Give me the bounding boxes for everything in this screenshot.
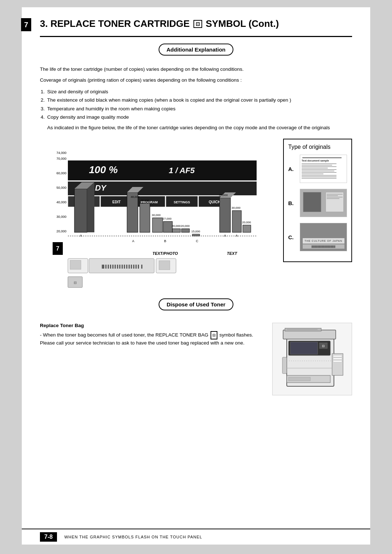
svg-rect-78 (333, 358, 342, 359)
copier-machine-image: ⊟ (272, 323, 352, 395)
svg-rect-71 (287, 329, 318, 330)
type-of-originals-panel: Type of originals A. Text document sampl… (283, 139, 352, 262)
svg-text:EDIT: EDIT (113, 200, 121, 204)
svg-rect-69 (283, 330, 336, 339)
list-item: 4. Copy density and image quality mode (47, 113, 352, 121)
toner-bag-symbol: ⊟ (211, 331, 217, 339)
svg-text:30,000: 30,000 (152, 213, 161, 217)
indent-para: As indicated in the figure below, the li… (47, 124, 352, 131)
svg-text:A: A (224, 234, 226, 237)
svg-rect-33 (152, 218, 163, 232)
original-label-a: A. (288, 166, 295, 172)
toner-symbol: ⊡ (193, 20, 202, 28)
section2-header: Dispose of Used Toner (159, 298, 233, 310)
svg-text:15,000: 15,000 (191, 230, 200, 233)
list-item: 2. The existence of solid black when mak… (47, 96, 352, 104)
svg-text:50,000: 50,000 (56, 186, 66, 190)
svg-text:60,000: 60,000 (56, 171, 66, 175)
svg-text:TEXT: TEXT (227, 251, 237, 256)
replace-toner-bag-title: Replace Toner Bag (40, 323, 265, 328)
svg-text:⊟: ⊟ (74, 281, 77, 285)
svg-text:1 / AF5: 1 / AF5 (169, 166, 195, 175)
original-item-a: A. Text document sample (288, 155, 347, 183)
svg-text:46,000: 46,000 (131, 195, 140, 199)
svg-text:74,000: 74,000 (56, 151, 66, 155)
svg-text:A: A (80, 234, 82, 237)
svg-text:7: 7 (56, 245, 60, 252)
svg-text:40,000: 40,000 (56, 200, 66, 204)
svg-text:A: A (236, 234, 238, 237)
svg-text:30,000: 30,000 (232, 206, 241, 209)
bottom-section: Replace Toner Bag - When the toner bag b… (40, 323, 352, 395)
svg-rect-39 (181, 229, 189, 232)
original-label-c: C. (288, 234, 295, 240)
svg-rect-77 (333, 355, 342, 357)
svg-text:QUICK: QUICK (209, 200, 221, 204)
chart-area: 74,000 70,000 60,000 50,000 40,000 30,00… (40, 139, 276, 291)
original-item-b: B. (288, 189, 347, 217)
svg-text:70,000: 70,000 (56, 157, 66, 160)
svg-text:C: C (196, 239, 199, 243)
svg-text:A: A (132, 239, 134, 243)
svg-text:B: B (164, 239, 166, 243)
svg-rect-59 (70, 260, 81, 269)
list-item: 1. Size and density of originals (47, 88, 352, 96)
svg-rect-47 (220, 198, 230, 232)
replace-toner-body: - When the toner bag becomes full of use… (40, 331, 265, 347)
svg-rect-82 (282, 357, 287, 374)
svg-rect-53 (243, 225, 251, 232)
section1-header: Additional Explanation (159, 44, 234, 56)
svg-rect-81 (289, 377, 310, 381)
svg-text:SETTINGS: SETTINGS (173, 200, 190, 204)
original-image-a: Text document sample (300, 155, 347, 183)
svg-marker-25 (87, 182, 94, 232)
copier-svg: ⊟ (276, 325, 348, 394)
title-divider (40, 36, 352, 37)
dispose-text-area: Replace Toner Bag - When the toner bag b… (40, 323, 265, 350)
svg-rect-35 (163, 221, 172, 232)
original-image-b (300, 189, 347, 217)
svg-text:30,000: 30,000 (56, 215, 66, 219)
svg-text:27,000: 27,000 (163, 217, 172, 220)
svg-text:38,000: 38,000 (219, 194, 228, 197)
svg-text:▐▌▌▌▌▌▌▌▌▌▌▌▌▌▌▌▌▐: ▐▌▌▌▌▌▌▌▌▌▌▌▌▌▌▌▌▐ (101, 264, 143, 269)
footer-bar: 7-8 WHEN THE GRAPHIC SYMBOLS FLASH ON TH… (22, 529, 370, 545)
side-number: 7 (21, 18, 31, 31)
svg-text:⊟: ⊟ (322, 344, 325, 348)
para1: The life of the toner cartridge (number … (40, 66, 352, 73)
svg-rect-37 (172, 229, 180, 232)
svg-rect-23 (74, 189, 87, 232)
svg-text:20,000: 20,000 (172, 224, 181, 228)
svg-rect-73 (290, 342, 318, 354)
svg-text:100 %: 100 % (89, 164, 118, 175)
page-number: 7-8 (40, 532, 57, 542)
original-label-b: B. (288, 200, 295, 206)
footer-text: WHEN THE GRAPHIC SYMBOLS FLASH ON THE TO… (64, 535, 202, 539)
svg-rect-63 (159, 261, 170, 270)
original-image-c: THE CULTURE OF JAPAN ▓▓▓▓▓▓▓▓▓▓▓▓▓▓▓ (300, 223, 347, 251)
bar-chart-svg: 74,000 70,000 60,000 50,000 40,000 30,00… (40, 139, 276, 291)
original-item-c: C. THE CULTURE OF JAPAN ▓▓▓▓▓▓▓▓▓▓▓▓▓▓▓ (288, 223, 347, 251)
svg-text:20,000: 20,000 (242, 221, 251, 224)
svg-rect-51 (232, 211, 241, 232)
type-originals-title: Type of originals (288, 144, 347, 150)
conditions-list: 1. Size and density of originals 2. The … (47, 88, 352, 121)
svg-text:TEXT/PHOTO: TEXT/PHOTO (152, 251, 178, 256)
page-title: 3. REPLACE TONER CARTRIDGE ⊡ SYMBOL (Con… (40, 18, 352, 29)
chart-section: 74,000 70,000 60,000 50,000 40,000 30,00… (40, 139, 352, 291)
svg-rect-41 (192, 234, 200, 236)
svg-rect-79 (333, 360, 342, 362)
svg-text:20,000: 20,000 (56, 229, 66, 233)
svg-rect-31 (140, 203, 150, 232)
para2: Coverage of originals (printing ration o… (40, 77, 352, 84)
list-item: 3. Temperature and humidity in the room … (47, 105, 352, 113)
svg-text:20,000: 20,000 (181, 224, 190, 228)
svg-text:40,000: 40,000 (140, 199, 150, 202)
